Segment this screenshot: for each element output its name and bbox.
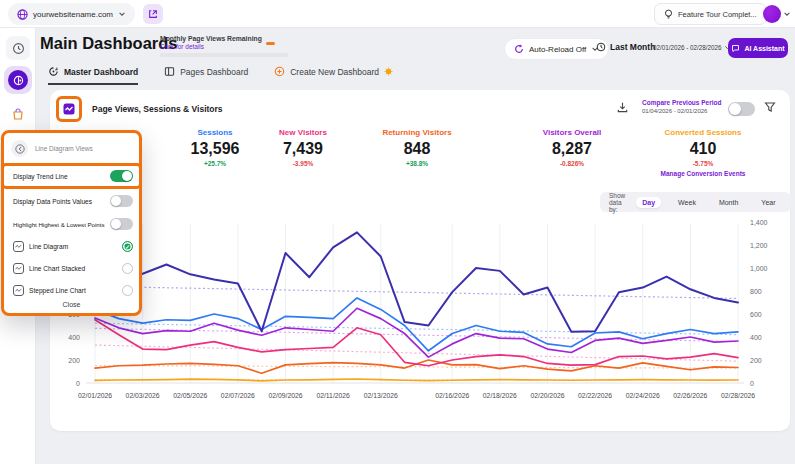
download-icon[interactable]: [616, 101, 629, 114]
svg-text:1,200: 1,200: [750, 242, 768, 249]
site-name: yourwebsitename.com: [33, 10, 113, 19]
date-range-value: 02/01/2026 - 02/28/2026: [653, 44, 722, 51]
option-label: Line Diagram: [29, 243, 68, 250]
svg-text:02/24/2026: 02/24/2026: [626, 392, 660, 399]
metric-value: 410: [643, 140, 763, 158]
data-points-toggle[interactable]: [110, 195, 133, 207]
line-diagram-views-popup: Line Diagram Views Display Trend Line Di…: [1, 130, 142, 316]
plus-circle-icon: [274, 66, 285, 77]
tab-master-dashboard[interactable]: Master Dashboard: [48, 66, 138, 85]
stepped-line-chart-icon: [13, 285, 24, 296]
svg-text:02/26/2026: 02/26/2026: [673, 392, 707, 399]
external-link-icon: [148, 9, 158, 19]
chevron-down-icon: [118, 10, 126, 18]
sidebar-item-history[interactable]: [6, 36, 30, 60]
granularity-year[interactable]: Year: [755, 197, 781, 208]
monthly-progress-bar: [160, 53, 288, 57]
feature-tour-button[interactable]: Feature Tour Complet...: [654, 3, 767, 25]
lightbulb-icon: [664, 9, 673, 20]
line-diagram-radio[interactable]: ✓: [122, 241, 133, 252]
tab-create-new-dashboard[interactable]: Create New Dashboard: [274, 66, 393, 83]
topbar: yourwebsitename.com Feature Tour Complet…: [0, 0, 795, 28]
back-button[interactable]: [11, 140, 28, 157]
metric-label: Converted Sessions: [643, 128, 763, 137]
svg-text:02/13/2026: 02/13/2026: [364, 392, 398, 399]
metric-value: 7,439: [258, 140, 348, 158]
granularity-month[interactable]: Month: [713, 197, 744, 208]
svg-text:02/11/2026: 02/11/2026: [316, 392, 350, 399]
auto-reload-dropdown[interactable]: Auto-Reload Off: [504, 38, 609, 60]
metric-label: Returning Visitors: [362, 128, 472, 137]
svg-text:200: 200: [68, 357, 80, 364]
option-row-line-diagram[interactable]: Line Diagram ✓: [13, 241, 133, 252]
monthly-pageviews-label: Monthly Page Views Remaining: [160, 35, 290, 42]
line-chart[interactable]: 002002004004006006008008001,0001,0001,20…: [50, 210, 790, 420]
granularity-day[interactable]: Day: [636, 197, 661, 208]
compare-toggle[interactable]: [728, 102, 755, 116]
metric-visitors-overall: Visitors Overall 8,287 -0.826%: [517, 128, 627, 167]
toggle-label: Display Data Points Values: [13, 198, 92, 205]
svg-text:02/03/2026: 02/03/2026: [126, 392, 160, 399]
card-title: Page Views, Sessions & Visitors: [92, 104, 223, 114]
sidebar-item-orders[interactable]: [8, 104, 28, 124]
sidebar-item-dashboards[interactable]: [4, 66, 32, 94]
trend-line-toggle[interactable]: [110, 170, 133, 182]
granularity-week[interactable]: Week: [672, 197, 702, 208]
close-button[interactable]: Close: [4, 301, 139, 308]
tab-label: Pages Dashboard: [180, 67, 248, 77]
toggle-label: Display Trend Line: [13, 173, 68, 180]
warning-star-icon: [384, 67, 393, 76]
svg-text:02/22/2026: 02/22/2026: [578, 392, 612, 399]
tab-pages-dashboard[interactable]: Pages Dashboard: [164, 66, 248, 83]
monthly-pageviews-widget: Monthly Page Views Remaining Click for d…: [160, 35, 290, 57]
feature-tour-label: Feature Tour Complet...: [678, 10, 757, 19]
chart-views-button[interactable]: [56, 96, 82, 122]
svg-text:0: 0: [750, 380, 754, 387]
line-chart-stacked-radio[interactable]: [122, 263, 133, 274]
svg-text:02/01/2026: 02/01/2026: [78, 392, 112, 399]
tab-label: Master Dashboard: [64, 67, 138, 77]
chevron-down-icon[interactable]: [783, 10, 791, 18]
line-chart-widget-icon: [62, 102, 76, 116]
option-row-stepped-line-chart[interactable]: Stepped Line Chart: [13, 285, 133, 296]
bag-icon: [11, 107, 25, 121]
highlight-points-toggle[interactable]: [110, 218, 133, 230]
compare-previous-period[interactable]: Compare Previous Period 01/04/2026 - 02/…: [642, 99, 721, 114]
toggle-row-data-points: Display Data Points Values: [13, 195, 133, 207]
svg-text:600: 600: [750, 311, 762, 318]
manage-conversion-events-link[interactable]: Manage Conversion Events: [643, 170, 763, 177]
metric-value: 848: [362, 140, 472, 158]
page-title: Main Dashboards: [40, 34, 178, 53]
open-site-button[interactable]: [143, 4, 163, 24]
filter-icon[interactable]: [764, 101, 776, 113]
svg-text:02/28/2026: 02/28/2026: [721, 392, 755, 399]
metric-delta: -3.95%: [258, 160, 348, 167]
chart-card: Page Views, Sessions & Visitors Compare …: [50, 90, 790, 431]
svg-text:200: 200: [750, 357, 762, 364]
date-range-selector[interactable]: 02/01/2026 - 02/28/2026: [653, 44, 731, 51]
svg-text:02/09/2026: 02/09/2026: [269, 392, 303, 399]
dashboards-icon: [8, 70, 28, 90]
svg-text:800: 800: [750, 288, 762, 295]
avatar[interactable]: [763, 5, 781, 23]
period-selector[interactable]: Last Month: [596, 42, 655, 52]
metric-label: Visitors Overall: [517, 128, 627, 137]
option-row-line-chart-stacked[interactable]: Line Chart Stacked: [13, 263, 133, 274]
gauge-icon: [48, 66, 59, 77]
metric-returning-visitors: Returning Visitors 848 +38.8%: [362, 128, 472, 167]
ai-assistant-label: AI Assistant: [744, 45, 784, 52]
ai-assistant-button[interactable]: AI Assistant: [728, 38, 788, 58]
line-chart-stacked-icon: [13, 263, 24, 274]
metric-converted-sessions: Converted Sessions 410 -5.75% Manage Con…: [643, 128, 763, 177]
metric-label: New Visitors: [258, 128, 348, 137]
stepped-line-chart-radio[interactable]: [122, 285, 133, 296]
svg-text:0: 0: [76, 380, 80, 387]
metric-delta: +38.8%: [362, 160, 472, 167]
monthly-indicator: [266, 42, 275, 45]
app-screen: yourwebsitename.com Feature Tour Complet…: [0, 0, 795, 464]
svg-text:02/05/2026: 02/05/2026: [173, 392, 207, 399]
chat-icon: [731, 44, 740, 53]
pages-icon: [164, 66, 175, 77]
site-selector[interactable]: yourwebsitename.com: [8, 3, 135, 25]
compare-range: 01/04/2026 - 02/01/2026: [642, 108, 721, 114]
